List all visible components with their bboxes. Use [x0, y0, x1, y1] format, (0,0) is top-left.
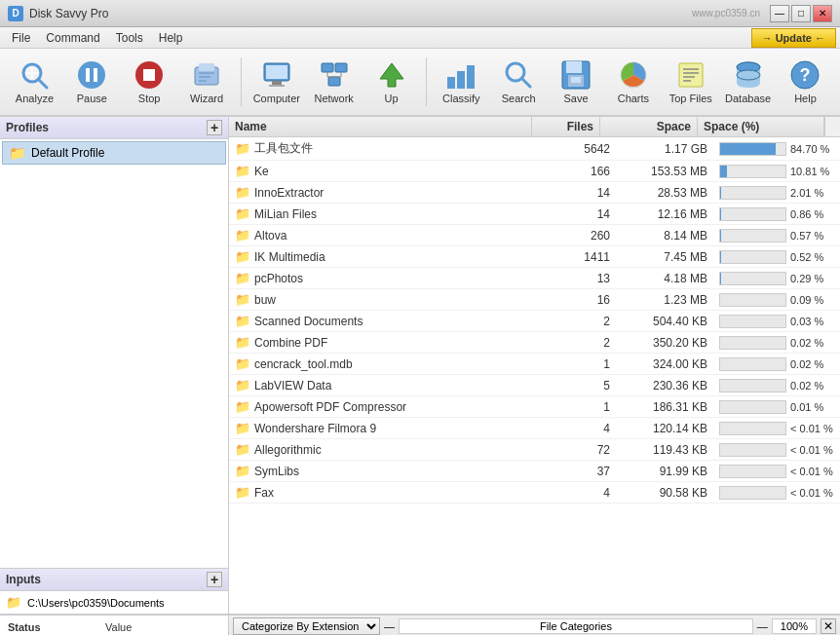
- network-icon: [319, 59, 350, 91]
- table-row[interactable]: 📁 pcPhotos 13 4.18 MB 0.29 %: [229, 268, 840, 289]
- folder-icon: 📁: [235, 185, 250, 200]
- up-button[interactable]: Up: [364, 52, 418, 112]
- menu-file[interactable]: File: [4, 29, 38, 47]
- cat-collapse-btn[interactable]: —: [384, 620, 395, 632]
- right-panel: Name Files Space Space (%) 📁 工具包文件 5642 …: [229, 117, 840, 614]
- computer-label: Computer: [253, 93, 300, 104]
- folder-icon: 📁: [235, 292, 250, 307]
- menu-tools[interactable]: Tools: [108, 29, 151, 47]
- file-pct: 0.02 %: [713, 377, 840, 394]
- file-name: 工具包文件: [254, 140, 313, 157]
- cat-close-button[interactable]: ✕: [821, 618, 836, 634]
- computer-button[interactable]: Computer: [249, 52, 303, 112]
- file-pct: 0.02 %: [713, 355, 840, 373]
- file-pct: < 0.01 %: [713, 484, 840, 502]
- col-header-files[interactable]: Files: [532, 117, 600, 136]
- update-button[interactable]: → Update ←: [751, 28, 836, 48]
- help-icon: ?: [789, 59, 821, 91]
- table-row[interactable]: 📁 buw 16 1.23 MB 0.09 %: [229, 289, 840, 311]
- up-label: Up: [384, 93, 398, 104]
- svg-rect-25: [447, 77, 455, 89]
- table-row[interactable]: 📁 SymLibs 37 91.99 KB < 0.01 %: [229, 461, 840, 482]
- help-button[interactable]: ? Help: [779, 52, 832, 112]
- up-icon: [376, 59, 407, 91]
- file-name: Wondershare Filmora 9: [254, 422, 376, 435]
- network-button[interactable]: Network: [307, 52, 361, 112]
- file-count: 13: [548, 270, 616, 287]
- file-name: Scanned Documents: [254, 315, 363, 328]
- add-profile-button[interactable]: +: [207, 120, 222, 135]
- table-row[interactable]: 📁 Ke 166 153.53 MB 10.81 %: [229, 161, 840, 182]
- file-count: 1411: [548, 248, 616, 266]
- input-item-0: 📁 C:\Users\pc0359\Documents: [6, 593, 222, 612]
- table-row[interactable]: 📁 Fax 4 90.58 KB < 0.01 %: [229, 482, 840, 504]
- file-count: 4: [548, 484, 616, 502]
- menu-help[interactable]: Help: [151, 29, 191, 47]
- file-name: cencrack_tool.mdb: [254, 357, 353, 371]
- analyze-button[interactable]: Analyze: [8, 52, 61, 112]
- table-row[interactable]: 📁 InnoExtractor 14 28.53 MB 2.01 %: [229, 182, 840, 204]
- file-name: Ke: [254, 165, 269, 178]
- table-row[interactable]: 📁 IK Multimedia 1411 7.45 MB 0.52 %: [229, 246, 840, 268]
- svg-text:?: ?: [800, 65, 811, 85]
- table-row[interactable]: 📁 LabVIEW Data 5 230.36 KB 0.02 %: [229, 375, 840, 396]
- table-row[interactable]: 📁 Altova 260 8.14 MB 0.57 %: [229, 225, 840, 246]
- menu-command[interactable]: Command: [38, 29, 107, 47]
- file-pct: < 0.01 %: [713, 420, 840, 437]
- folder-icon: 📁: [235, 356, 250, 371]
- profile-item-default[interactable]: 📁 Default Profile: [2, 141, 226, 165]
- svg-rect-35: [679, 63, 703, 87]
- file-name: Fax: [254, 486, 274, 500]
- pause-button[interactable]: Pause: [65, 52, 119, 112]
- minimize-button[interactable]: —: [770, 5, 789, 22]
- stop-label: Stop: [138, 93, 161, 104]
- toolbar-sep-2: [426, 57, 427, 106]
- file-count: 1: [548, 398, 616, 416]
- col-header-space[interactable]: Space: [600, 117, 698, 136]
- title-bar: D Disk Savvy Pro www.pc0359.cn — □ ✕: [0, 0, 840, 27]
- table-row[interactable]: 📁 MiLian Files 14 12.16 MB 0.86 %: [229, 204, 840, 225]
- close-button[interactable]: ✕: [813, 5, 832, 22]
- add-input-button[interactable]: +: [207, 572, 222, 587]
- toolbar: Analyze Pause Stop Wizard Computer Netwo…: [0, 49, 840, 117]
- menu-bar: File Command Tools Help → Update ←: [0, 27, 840, 49]
- save-icon: [560, 59, 592, 91]
- wizard-label: Wizard: [190, 93, 223, 104]
- file-pct: 0.57 %: [713, 227, 840, 244]
- classify-button[interactable]: Classify: [435, 52, 488, 112]
- table-row[interactable]: 📁 Scanned Documents 2 504.40 KB 0.03 %: [229, 311, 840, 332]
- database-button[interactable]: Database: [721, 52, 775, 112]
- file-space: 7.45 MB: [616, 248, 713, 266]
- file-space: 186.31 KB: [616, 398, 713, 416]
- file-name: IK Multimedia: [254, 250, 325, 264]
- table-row[interactable]: 📁 Combine PDF 2 350.20 KB 0.02 %: [229, 332, 840, 354]
- status-panel: Status Value 📁Processed Dirs 663 📄Proces…: [0, 616, 229, 635]
- pause-icon: [76, 59, 107, 91]
- table-row[interactable]: 📁 Wondershare Filmora 9 4 120.14 KB < 0.…: [229, 418, 840, 439]
- table-row[interactable]: 📁 Allegorithmic 72 119.43 KB < 0.01 %: [229, 439, 840, 461]
- file-pct: 0.03 %: [713, 313, 840, 330]
- file-pct: 84.70 %: [713, 140, 840, 158]
- stop-button[interactable]: Stop: [123, 52, 176, 112]
- table-row[interactable]: 📁 cencrack_tool.mdb 1 324.00 KB 0.02 %: [229, 354, 840, 375]
- left-panel: Profiles + 📁 Default Profile Inputs + 📁 …: [0, 117, 229, 614]
- col-header-spacepct[interactable]: Space (%): [698, 117, 824, 136]
- maximize-button[interactable]: □: [791, 5, 811, 22]
- svg-rect-15: [266, 65, 287, 79]
- search-button[interactable]: Search: [492, 52, 546, 112]
- table-row[interactable]: 📁 工具包文件 5642 1.17 GB 84.70 %: [229, 137, 840, 161]
- category-select[interactable]: Categorize By Extension: [233, 617, 380, 635]
- table-row[interactable]: 📁 Apowersoft PDF Compressor 1 186.31 KB …: [229, 396, 840, 418]
- file-count: 37: [548, 463, 616, 480]
- topfiles-button[interactable]: Top Files: [664, 52, 717, 112]
- wizard-button[interactable]: Wizard: [180, 52, 234, 112]
- analyze-label: Analyze: [16, 93, 54, 104]
- classify-icon: [445, 59, 477, 91]
- cat-title-collapse-btn[interactable]: —: [757, 620, 768, 632]
- col-header-name[interactable]: Name: [229, 117, 532, 136]
- charts-button[interactable]: Charts: [606, 52, 660, 112]
- svg-line-1: [39, 80, 47, 88]
- folder-icon: 📁: [235, 206, 250, 221]
- folder-icon: 📁: [235, 164, 250, 178]
- save-button[interactable]: Save: [550, 52, 603, 112]
